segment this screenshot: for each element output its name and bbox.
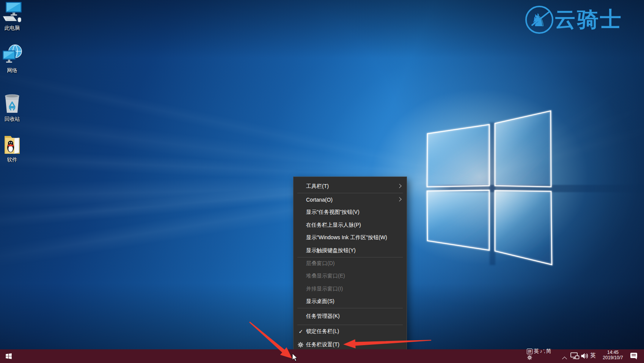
yunqishi-logo-emblem: ♞ — [525, 6, 553, 34]
start-button[interactable] — [0, 349, 17, 363]
light-ray — [489, 116, 644, 182]
desktop-icon-label: 网络 — [0, 68, 24, 73]
light-beam — [0, 58, 493, 189]
menu-item-task-manager[interactable]: 任务管理器(K) — [294, 308, 407, 325]
desktop-icon-label: 软件 — [0, 157, 24, 163]
menu-item-show-windows-stacked: 堆叠显示窗口(E) — [294, 270, 407, 283]
recycle-bin-icon — [2, 92, 22, 114]
action-center-icon — [630, 352, 638, 360]
submenu-chevron-icon — [397, 184, 401, 188]
ime-tone-icon[interactable]: ♪ — [540, 349, 542, 354]
desktop-icon-label: 此电脑 — [0, 25, 24, 31]
desktop-icon-recycle-bin[interactable]: 回收站 — [0, 92, 24, 122]
tray-volume-icon[interactable] — [581, 353, 588, 361]
this-pc-icon — [2, 1, 22, 23]
tray-language-indicator[interactable]: 英 — [590, 352, 596, 359]
checkmark-icon: ✓ — [297, 328, 305, 335]
light-ray — [487, 67, 644, 181]
wallpaper-shadow — [490, 122, 495, 265]
yunqishi-logo-text: 云骑士 — [554, 6, 627, 33]
gear-icon — [298, 342, 303, 348]
action-center-button[interactable] — [630, 352, 638, 361]
windows-start-icon — [5, 353, 12, 360]
tray-network-icon[interactable] — [570, 352, 580, 361]
desktop-icon-this-pc[interactable]: 此电脑 — [0, 1, 24, 31]
light-beam — [0, 167, 493, 276]
menu-item-toolbars[interactable]: 工具栏(T) — [294, 180, 407, 193]
folder-qq-icon — [2, 133, 22, 155]
network-icon — [2, 44, 22, 66]
ime-simplified-icon[interactable]: 简 — [546, 348, 551, 355]
light-beam — [0, 147, 492, 189]
tray-show-hidden-icons-button[interactable] — [563, 355, 566, 362]
menu-item-show-touch-keyboard-button[interactable]: 显示触摸键盘按钮(Y) — [294, 244, 407, 257]
menu-item-show-people-on-taskbar[interactable]: 在任务栏上显示人脉(P) — [294, 219, 407, 232]
menu-item-show-desktop[interactable]: 显示桌面(S) — [294, 295, 407, 308]
ime-settings-gear-icon[interactable] — [527, 355, 551, 360]
light-beam — [0, 104, 493, 194]
clock-date: 2019/10/7 — [599, 355, 627, 361]
ime-punctuation-icon[interactable]: ’, — [543, 349, 545, 354]
ime-english-icon[interactable]: 英 — [534, 348, 539, 355]
light-ray — [488, 92, 644, 182]
menu-item-show-task-view-button[interactable]: 显示"任务视图"按钮(V) — [294, 206, 407, 219]
submenu-chevron-icon — [397, 197, 401, 201]
menu-item-lock-the-taskbar[interactable]: ✓ 锁定任务栏(L) — [294, 325, 407, 338]
input-method-indicator[interactable]: 拼 英 ♪ ’, 简 — [527, 348, 551, 360]
taskbar-context-menu: 工具栏(T) Cortana(O) 显示"任务视图"按钮(V) 在任务栏上显示人… — [293, 177, 407, 351]
menu-item-show-windows-side-by-side: 并排显示窗口(I) — [294, 283, 407, 295]
chevron-up-icon — [562, 357, 567, 361]
desktop-icon-network[interactable]: 网络 — [0, 44, 24, 73]
menu-item-show-windows-ink-workspace-button[interactable]: 显示"Windows Ink 工作区"按钮(W) — [294, 232, 407, 245]
light-beam — [0, 169, 492, 234]
clock-time: 14:45 — [599, 350, 627, 355]
desktop-icon-software-folder[interactable]: 软件 — [0, 133, 24, 163]
light-beam — [0, 170, 492, 211]
menu-item-cascade-windows: 层叠窗口(D) — [294, 257, 407, 270]
menu-item-cortana[interactable]: Cortana(O) — [294, 193, 407, 206]
ime-pinyin-icon[interactable]: 拼 — [527, 349, 532, 354]
desktop-icon-label: 回收站 — [0, 116, 24, 122]
tray-clock[interactable]: 14:45 2019/10/7 — [599, 350, 627, 360]
wallpaper-shadow — [425, 185, 644, 192]
